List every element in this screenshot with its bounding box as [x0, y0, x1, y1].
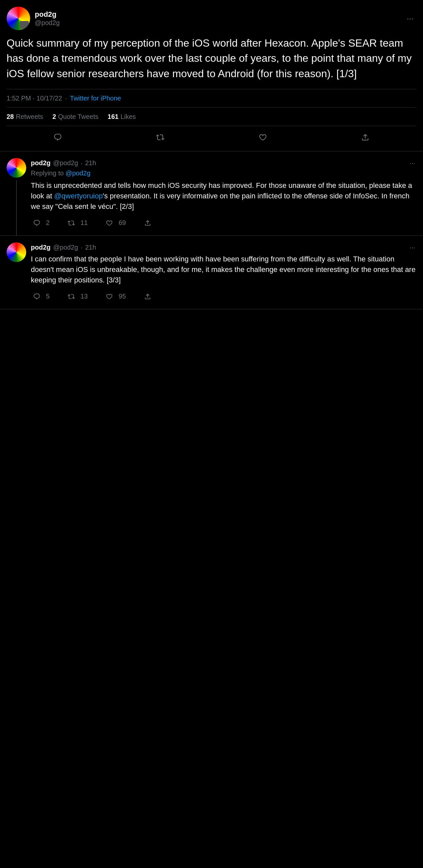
source-link[interactable]: Twitter for iPhone — [70, 95, 121, 102]
reply-share-icon-2 — [142, 291, 154, 303]
reply-avatar-1[interactable] — [6, 158, 26, 178]
reply-actions-2: 5 13 95 — [31, 291, 417, 303]
user-info: pod2g @pod2g — [35, 10, 60, 26]
retweet-button[interactable] — [153, 130, 167, 145]
reply-left-1 — [6, 158, 26, 236]
reply-actions-1: 2 11 69 — [31, 217, 417, 229]
like-count-1: 69 — [119, 219, 126, 227]
reply-time-sep-2: · — [81, 244, 83, 251]
reply-share-icon-1 — [142, 217, 154, 229]
tweet-header: pod2g @pod2g ··· — [6, 6, 417, 30]
reply-like-button-1[interactable]: 69 — [103, 217, 126, 229]
reply-tweet-2: pod2g @pod2g · 21h ··· I can confirm tha… — [0, 236, 423, 309]
more-options-button[interactable]: ··· — [404, 11, 417, 26]
reply-username-1[interactable]: @pod2g — [53, 159, 78, 167]
separator: · — [65, 95, 67, 102]
reply-username-2[interactable]: @pod2g — [53, 244, 78, 251]
reply-header-2: pod2g @pod2g · 21h ··· — [31, 242, 417, 253]
replying-to-link-1[interactable]: @pod2g — [66, 169, 91, 177]
reply-right-1: pod2g @pod2g · 21h ··· Replying to @pod2… — [31, 158, 417, 236]
reply-left-2 — [6, 242, 26, 309]
tweet-header-left: pod2g @pod2g — [6, 6, 60, 30]
main-tweet: pod2g @pod2g ··· Quick summary of my per… — [0, 0, 423, 151]
retweets-stat[interactable]: 28 Retweets — [6, 113, 43, 121]
reply-display-name-2[interactable]: pod2g — [31, 244, 51, 251]
username[interactable]: @pod2g — [35, 19, 60, 27]
like-count-2: 95 — [119, 292, 126, 300]
reply-more-button-1[interactable]: ··· — [408, 158, 417, 168]
likes-count: 161 — [108, 113, 119, 121]
reply-inner-2: pod2g @pod2g · 21h ··· I can confirm tha… — [6, 242, 417, 309]
heart-icon — [256, 130, 270, 145]
retweet-count-1: 11 — [80, 219, 88, 227]
quote-tweets-count: 2 — [53, 113, 56, 121]
reply-count-2: 5 — [46, 292, 50, 300]
tweet-meta: 1:52 PM · 10/17/22 · Twitter for iPhone — [6, 89, 417, 107]
tweet-body: Quick summary of my perception of the iO… — [6, 35, 417, 81]
tweet-stats: 28 Retweets 2 Quote Tweets 161 Likes — [6, 107, 417, 126]
reply-inner-1: pod2g @pod2g · 21h ··· Replying to @pod2… — [6, 158, 417, 236]
reply-right-2: pod2g @pod2g · 21h ··· I can confirm tha… — [31, 242, 417, 309]
share-button[interactable] — [358, 130, 372, 145]
replying-to-1: Replying to @pod2g — [31, 169, 417, 177]
share-icon — [358, 130, 372, 145]
reply-time-1: · — [81, 159, 83, 167]
reply-age-1: 21h — [85, 159, 96, 167]
reply-heart-icon-2 — [103, 291, 115, 303]
display-name[interactable]: pod2g — [35, 10, 60, 19]
reply-header-left-2: pod2g @pod2g · 21h — [31, 244, 96, 251]
reply-header-1: pod2g @pod2g · 21h ··· — [31, 158, 417, 168]
quote-tweets-stat[interactable]: 2 Quote Tweets — [53, 113, 98, 121]
retweet-count-2: 13 — [80, 292, 88, 300]
retweets-count: 28 — [6, 113, 14, 121]
reply-header-left-1: pod2g @pod2g · 21h — [31, 159, 96, 167]
reply-retweet-icon-1 — [65, 217, 77, 229]
reply-share-button-1[interactable] — [142, 217, 154, 229]
reply-icon — [51, 130, 65, 145]
timestamp: 1:52 PM · 10/17/22 — [6, 95, 62, 102]
reply-share-button-2[interactable] — [142, 291, 154, 303]
reply-reply-button-2[interactable]: 5 — [31, 291, 50, 303]
likes-label: Likes — [121, 113, 136, 121]
like-button[interactable] — [256, 130, 270, 145]
reply-avatar-2[interactable] — [6, 242, 26, 262]
reply-like-button-2[interactable]: 95 — [103, 291, 126, 303]
reply-button[interactable] — [51, 130, 65, 145]
thread-line-1 — [16, 180, 17, 236]
reply-retweet-button-2[interactable]: 13 — [65, 291, 88, 303]
reply-reply-icon-2 — [31, 291, 43, 303]
mention-link-1[interactable]: @qwertyoruiop — [54, 192, 103, 200]
reply-age-2: 21h — [85, 244, 96, 251]
reply-retweet-icon-2 — [65, 291, 77, 303]
reply-reply-button-1[interactable]: 2 — [31, 217, 50, 229]
tweet-actions — [6, 126, 417, 151]
retweet-icon — [153, 130, 167, 145]
retweets-label: Retweets — [16, 113, 43, 121]
quote-tweets-label: Quote Tweets — [58, 113, 98, 121]
reply-body-1: This is unprecedented and tells how much… — [31, 180, 417, 212]
reply-retweet-button-1[interactable]: 11 — [65, 217, 88, 229]
reply-body-2: I can confirm that the people I have bee… — [31, 254, 417, 285]
avatar[interactable] — [6, 6, 30, 30]
reply-reply-icon-1 — [31, 217, 43, 229]
reply-more-button-2[interactable]: ··· — [408, 242, 417, 253]
reply-display-name-1[interactable]: pod2g — [31, 159, 51, 167]
likes-stat[interactable]: 161 Likes — [108, 113, 136, 121]
reply-tweet-1: pod2g @pod2g · 21h ··· Replying to @pod2… — [0, 151, 423, 236]
reply-heart-icon-1 — [103, 217, 115, 229]
reply-count-1: 2 — [46, 219, 50, 227]
